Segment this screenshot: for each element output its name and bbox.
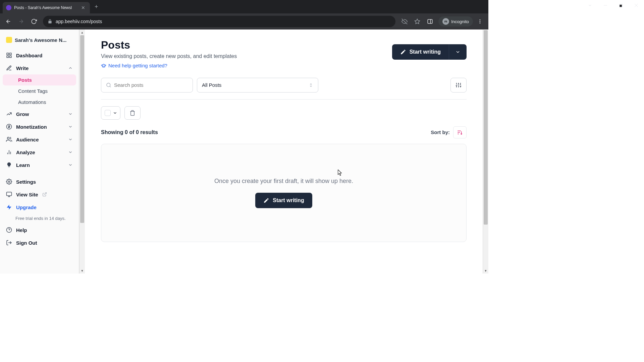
svg-rect-18: [10, 56, 11, 58]
scroll-up-icon[interactable]: ▲: [79, 29, 85, 35]
sidebar-item-label: Posts: [18, 77, 32, 83]
new-tab-button[interactable]: +: [95, 3, 98, 10]
empty-start-writing-button[interactable]: Start writing: [255, 193, 312, 208]
svg-rect-16: [7, 53, 8, 55]
sidebar-item-label: Dashboard: [16, 53, 42, 58]
sort-icon: [457, 129, 463, 135]
sidebar-item-label: Monetization: [16, 124, 47, 130]
sidebar-item-label: Sign Out: [16, 240, 37, 246]
bulk-checkbox[interactable]: [105, 110, 111, 116]
svg-rect-17: [10, 53, 11, 55]
sidebar-item-label: Upgrade: [16, 204, 37, 210]
scrollbar-thumb[interactable]: [80, 35, 84, 223]
sidebar-item-label: Analyze: [16, 149, 35, 155]
audience-icon: [6, 136, 12, 142]
grow-icon: [6, 111, 12, 117]
svg-rect-9: [428, 19, 432, 23]
start-writing-dropdown[interactable]: [449, 44, 467, 60]
search-icon: [106, 82, 111, 88]
empty-state-message: Once you create your first draft, it wil…: [108, 178, 460, 185]
sidebar-item-settings[interactable]: Settings: [0, 175, 79, 188]
analyze-icon: [6, 149, 12, 155]
learn-icon: [6, 162, 12, 168]
page-title: Posts: [101, 39, 237, 51]
tab-title: Posts - Sarah's Awesome Newsl: [14, 5, 80, 10]
scroll-down-icon[interactable]: ▼: [79, 268, 85, 274]
pencil-icon: [400, 49, 406, 55]
tab-close-icon[interactable]: ✕: [80, 5, 87, 10]
dashboard-icon: [6, 52, 12, 58]
incognito-icon: [442, 18, 449, 25]
chevron-down-icon: [68, 112, 73, 116]
write-icon: [6, 65, 12, 71]
main-scrollbar[interactable]: ▲ ▼: [483, 29, 488, 274]
sidebar-subitem-posts[interactable]: Posts: [3, 74, 76, 85]
sidebar-item-upgrade[interactable]: Upgrade: [0, 201, 79, 214]
select-chevron-icon: [309, 83, 313, 87]
bolt-icon: [6, 204, 12, 210]
side-panel-icon[interactable]: [424, 16, 436, 27]
sidebar-item-analyze[interactable]: Analyze: [0, 146, 79, 159]
scroll-down-icon[interactable]: ▼: [483, 268, 488, 274]
svg-point-15: [480, 22, 481, 23]
adjustments-button[interactable]: [450, 78, 467, 93]
external-link-icon: [42, 192, 47, 197]
url-bar[interactable]: app.beehiiv.com/posts: [43, 16, 395, 27]
sign-out-icon: [6, 240, 12, 246]
scrollbar-thumb[interactable]: [484, 30, 488, 225]
sort-button[interactable]: [453, 126, 467, 138]
svg-marker-8: [415, 19, 420, 24]
bookmark-icon[interactable]: [412, 16, 423, 27]
nav-back-button[interactable]: [3, 16, 14, 27]
browser-menu-icon[interactable]: [474, 16, 486, 27]
help-icon: [6, 227, 12, 233]
sidebar-item-learn[interactable]: Learn: [0, 159, 79, 171]
svg-rect-27: [7, 192, 12, 196]
browser-tab[interactable]: Posts - Sarah's Awesome Newsl ✕: [3, 2, 90, 13]
svg-line-36: [110, 86, 111, 87]
chevron-down-icon: [455, 49, 461, 55]
sidebar-item-label: Learn: [16, 162, 30, 168]
lock-icon: [48, 19, 52, 24]
browser-chrome: Posts - Sarah's Awesome Newsl ✕ + app.be…: [0, 0, 488, 29]
bulk-select-button[interactable]: [101, 106, 120, 120]
svg-point-11: [444, 21, 446, 22]
sidebar-item-view-site[interactable]: View Site: [0, 188, 79, 201]
search-input-field[interactable]: [114, 82, 188, 88]
sidebar-item-monetization[interactable]: Monetization: [0, 120, 79, 133]
sidebar-subitem-content-tags[interactable]: Content Tags: [3, 85, 76, 97]
eye-off-icon[interactable]: [399, 16, 410, 27]
sidebar-subitem-automations[interactable]: Automations: [3, 97, 76, 108]
sidebar-item-write[interactable]: Write: [0, 62, 79, 74]
svg-line-30: [44, 193, 46, 195]
nav-forward-button[interactable]: [15, 16, 27, 27]
sidebar-item-label: Write: [16, 65, 29, 71]
nav-reload-button[interactable]: [28, 16, 40, 27]
adjustments-icon: [455, 82, 462, 88]
svg-point-14: [480, 21, 481, 22]
chevron-up-icon: [68, 66, 73, 70]
sidebar-item-label: View Site: [16, 192, 38, 197]
sidebar-item-grow[interactable]: Grow: [0, 108, 79, 120]
sidebar-scrollbar[interactable]: ▲ ▼: [79, 29, 85, 274]
delete-button[interactable]: [124, 106, 141, 120]
help-link[interactable]: Need help getting started?: [101, 63, 167, 68]
sidebar-item-help[interactable]: Help: [0, 224, 79, 236]
empty-state: Once you create your first draft, it wil…: [101, 144, 467, 242]
sidebar-item-dashboard[interactable]: Dashboard: [0, 49, 79, 62]
help-link-label: Need help getting started?: [108, 63, 167, 68]
search-posts-input[interactable]: [101, 78, 193, 93]
svg-point-13: [480, 19, 481, 20]
academic-cap-icon: [101, 63, 106, 68]
workspace-icon: [6, 37, 12, 43]
sort-by-label: Sort by:: [431, 129, 450, 135]
sidebar-item-label: Content Tags: [18, 88, 48, 94]
tab-favicon: [6, 5, 11, 10]
incognito-badge[interactable]: Incognito: [438, 16, 473, 26]
workspace-selector[interactable]: Sarah's Awesome N...: [0, 34, 79, 46]
nav-bar: app.beehiiv.com/posts Incognito: [0, 13, 488, 29]
sidebar-item-sign-out[interactable]: Sign Out: [0, 236, 79, 249]
posts-filter-select[interactable]: All Posts: [197, 78, 318, 93]
sidebar-item-audience[interactable]: Audience: [0, 133, 79, 146]
start-writing-button[interactable]: Start writing: [392, 44, 449, 60]
